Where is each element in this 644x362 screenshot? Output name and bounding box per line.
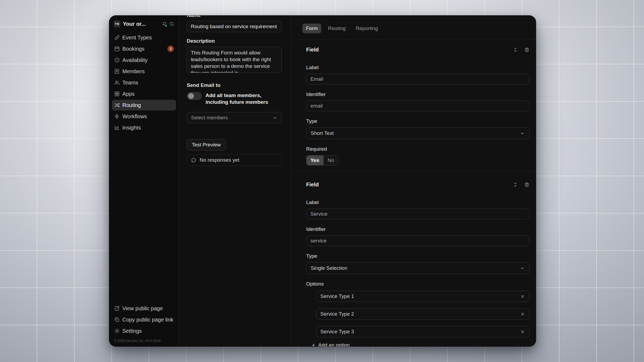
field-label-input[interactable] (306, 209, 529, 219)
clock-icon (114, 57, 120, 63)
required-no-button[interactable]: No (323, 156, 338, 165)
sidebar-footer: View public page Copy public page link S… (112, 303, 176, 343)
field-card-actions (513, 47, 529, 52)
sidebar-item-label: Copy public page link (122, 317, 173, 323)
message-bubble-icon (191, 158, 196, 163)
sidebar-item-availability[interactable]: Availability (112, 55, 176, 65)
label-label: Label (306, 65, 529, 71)
org-switcher[interactable]: YN Your or... (114, 20, 159, 27)
remove-option-icon[interactable] (520, 329, 525, 334)
option-row[interactable]: Service Type 1 (316, 291, 529, 302)
notifications-icon[interactable] (162, 21, 167, 27)
sidebar-item-event-types[interactable]: Event Types (112, 32, 176, 43)
trash-icon[interactable] (524, 182, 529, 187)
collapse-icon[interactable] (513, 47, 518, 52)
option-value: Service Type 1 (320, 293, 354, 299)
field-card-header: Field (306, 182, 529, 188)
add-option-label: Add an option (318, 342, 350, 346)
copy-icon (114, 317, 120, 323)
copyright-text: © 2025 Cal.com, Inc. v.5.0.18-sh (114, 339, 174, 343)
desktop-background: YN Your or... Event Types Bo (0, 0, 644, 362)
form-name-input[interactable] (187, 21, 282, 32)
type-label: Type (306, 253, 529, 259)
sidebar-item-label: Members (122, 68, 145, 75)
name-label: Name (187, 15, 282, 18)
required-label: Required (306, 146, 529, 152)
view-public-page-link[interactable]: View public page (112, 303, 176, 314)
sidebar-item-label: Bookings (122, 46, 144, 52)
description-label: Description (187, 38, 282, 44)
identifier-label: Identifier (306, 91, 529, 97)
form-settings-panel: Name Description This Routing Form would… (179, 16, 291, 346)
responses-status-text: No responses yet (200, 157, 239, 163)
field-label-input[interactable] (306, 74, 529, 84)
team-members-toggle[interactable] (187, 92, 202, 100)
fields-scroll-area: Field Label Identifier Type Short Text (291, 40, 536, 346)
sidebar-item-label: Workflows (122, 113, 147, 120)
field-identifier-input[interactable] (306, 101, 529, 111)
responses-status-box: No responses yet (187, 154, 282, 166)
sidebar-item-bookings[interactable]: Bookings 3 (112, 43, 176, 54)
sidebar-item-label: Event Types (122, 35, 152, 41)
field-card-service: Field Label Identifier Type Single Selec… (291, 171, 536, 346)
remove-option-icon[interactable] (520, 312, 525, 317)
team-members-toggle-label: Add all team members, including future m… (206, 92, 282, 105)
field-card-title: Field (306, 182, 319, 188)
app-window: YN Your or... Event Types Bo (109, 15, 536, 347)
collapse-icon[interactable] (513, 182, 518, 187)
sidebar-item-label: Apps (122, 91, 135, 97)
trash-icon[interactable] (524, 47, 529, 52)
option-value: Service Type 3 (320, 329, 354, 335)
gear-icon (114, 328, 120, 334)
calendar-icon (114, 46, 120, 52)
remove-option-icon[interactable] (520, 294, 525, 299)
sidebar-item-apps[interactable]: Apps (112, 88, 176, 99)
org-avatar: YN (114, 20, 120, 27)
grid-icon (114, 91, 120, 97)
sidebar-item-label: Insights (122, 125, 141, 131)
field-card-title: Field (306, 47, 319, 53)
sidebar-header: YN Your or... (112, 20, 176, 28)
plus-icon (311, 343, 316, 347)
sidebar-item-settings[interactable]: Settings (112, 326, 176, 336)
field-type-value: Single Selection (311, 265, 347, 271)
chevron-down-icon (272, 115, 277, 120)
required-yes-button[interactable]: Yes (306, 156, 323, 165)
sidebar-item-label: Routing (122, 102, 141, 108)
field-type-select[interactable]: Short Text (306, 127, 529, 139)
sidebar-item-label: Teams (122, 80, 138, 86)
options-list: Service Type 1 Service Type 2 Service Ty… (316, 291, 529, 337)
sidebar-item-label: Settings (122, 328, 142, 334)
toggle-knob (188, 93, 194, 99)
org-name: Your or... (123, 21, 146, 27)
option-row[interactable]: Service Type 3 (316, 326, 529, 337)
required-segmented-control: Yes No (306, 155, 338, 165)
option-row[interactable]: Service Type 2 (316, 308, 529, 320)
tab-routing[interactable]: Routing (324, 24, 349, 33)
tab-form[interactable]: Form (302, 24, 321, 33)
sidebar-item-insights[interactable]: Insights (112, 122, 176, 133)
field-type-select[interactable]: Single Selection (306, 262, 529, 274)
presence-dot (165, 24, 167, 27)
chevron-down-icon (520, 266, 525, 271)
copy-public-page-link[interactable]: Copy public page link (112, 314, 176, 325)
sidebar-item-teams[interactable]: Teams (112, 77, 176, 88)
add-option-button[interactable]: Add an option (311, 342, 350, 346)
test-preview-button[interactable]: Test Preview (187, 139, 226, 150)
tab-reporting[interactable]: Reporting (352, 24, 381, 33)
field-card-actions (513, 182, 529, 187)
sidebar-item-members[interactable]: Members (112, 66, 176, 77)
option-value: Service Type 2 (320, 311, 354, 317)
search-icon[interactable] (169, 21, 174, 27)
sidebar-item-workflows[interactable]: Workflows (112, 111, 176, 122)
sidebar: YN Your or... Event Types Bo (109, 16, 179, 346)
zap-icon (114, 113, 120, 119)
tab-bar: Form Routing Reporting (291, 16, 536, 40)
description-textarea[interactable]: This Routing Form would allow leads/book… (187, 47, 282, 73)
select-members-placeholder: Select members (191, 115, 228, 121)
field-identifier-input[interactable] (306, 235, 529, 246)
sidebar-item-routing[interactable]: Routing (112, 100, 176, 110)
send-email-label: Send Email to (187, 82, 282, 88)
select-members-dropdown[interactable]: Select members (187, 112, 282, 123)
form-builder-panel: Form Routing Reporting Field Label (291, 16, 536, 346)
